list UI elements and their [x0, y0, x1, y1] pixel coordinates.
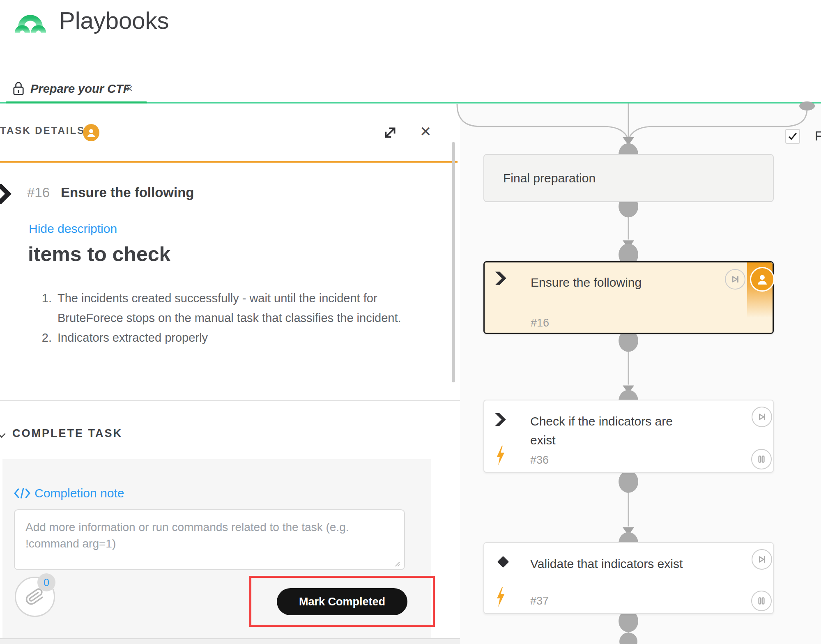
node-title: Final preparation — [503, 169, 596, 188]
list-item-text: Indicators extracted properly — [57, 328, 419, 347]
node-validate-indicators[interactable]: Validate that indicators exist #37 — [483, 542, 774, 614]
node-id: #36 — [530, 454, 549, 467]
manual-task-chevron-icon — [495, 413, 506, 428]
panel-bottom-strip — [0, 638, 460, 644]
close-icon[interactable]: ✕ — [420, 123, 432, 140]
panel-accent-rule — [0, 161, 458, 163]
section-divider — [0, 400, 460, 401]
user-assignee-icon — [83, 124, 99, 141]
canvas-filter-checkbox[interactable] — [785, 129, 800, 144]
completion-note-input[interactable] — [14, 509, 405, 570]
node-title: Validate that indicators exist — [530, 554, 683, 573]
chevron-down-icon — [0, 432, 6, 439]
node-title: Check if the indicators are exist — [530, 412, 673, 450]
task-details-panel: TASK DETAILS ✕ #16 Ensure the following … — [0, 104, 460, 644]
manual-task-chevron-icon — [495, 271, 507, 287]
page-title: Playbooks — [59, 7, 169, 34]
lightning-icon — [496, 586, 506, 610]
list-item-number: 2. — [34, 328, 52, 347]
skip-icon[interactable] — [752, 407, 772, 427]
list-item-number: 1. — [34, 288, 52, 328]
skip-icon[interactable] — [752, 549, 772, 570]
node-final-preparation[interactable]: Final preparation — [483, 154, 774, 202]
task-title: Ensure the following — [61, 185, 194, 200]
node-id: #37 — [530, 595, 549, 607]
app-header: Playbooks Prepare your CTF × — [0, 0, 821, 104]
mark-completed-button[interactable]: Mark Completed — [277, 588, 407, 615]
task-number: #16 — [27, 185, 50, 200]
expand-icon[interactable] — [382, 125, 398, 142]
playbook-canvas[interactable]: F Final preparation Ensure the following… — [460, 104, 821, 644]
skip-icon[interactable] — [725, 269, 745, 290]
lock-icon — [12, 81, 25, 98]
node-check-indicators[interactable]: Check if the indicators are exist #36 — [483, 400, 774, 473]
list-item: 2. Indicators extracted properly — [34, 328, 428, 347]
node-id: #16 — [531, 317, 549, 329]
list-item-text: The incidents created successfully - wai… — [57, 288, 419, 328]
completion-note-link[interactable]: Completion note — [34, 486, 124, 500]
tab-prepare-your-ctf[interactable]: Prepare your CTF × — [10, 80, 145, 101]
attachment-count-badge: 0 — [37, 573, 55, 591]
complete-task-section-toggle[interactable]: COMPLETE TASK — [12, 427, 122, 440]
tab-close-icon[interactable]: × — [126, 83, 133, 94]
panel-title: TASK DETAILS — [0, 125, 85, 136]
description-list: 1. The incidents created successfully - … — [34, 288, 428, 347]
panel-scrollbar[interactable] — [452, 142, 455, 382]
canvas-filter-label: F — [815, 129, 821, 144]
lightning-icon — [496, 445, 506, 468]
resize-handle-icon[interactable] — [393, 560, 400, 568]
hide-description-link[interactable]: Hide description — [29, 222, 117, 236]
tab-label: Prepare your CTF — [30, 82, 130, 96]
condition-diamond-icon — [496, 554, 511, 571]
manual-task-chevron-icon — [0, 184, 12, 205]
assignee-avatar-icon[interactable] — [750, 267, 775, 292]
pause-icon[interactable] — [751, 449, 772, 469]
pause-icon[interactable] — [751, 591, 772, 611]
node-ensure-the-following[interactable]: Ensure the following #16 — [483, 261, 774, 334]
playbooks-logo-icon — [15, 11, 46, 35]
checkmark-icon — [788, 132, 797, 140]
description-heading: items to check — [28, 242, 170, 266]
code-icon — [14, 487, 30, 501]
list-item: 1. The incidents created successfully - … — [34, 288, 428, 328]
node-title: Ensure the following — [531, 273, 642, 292]
